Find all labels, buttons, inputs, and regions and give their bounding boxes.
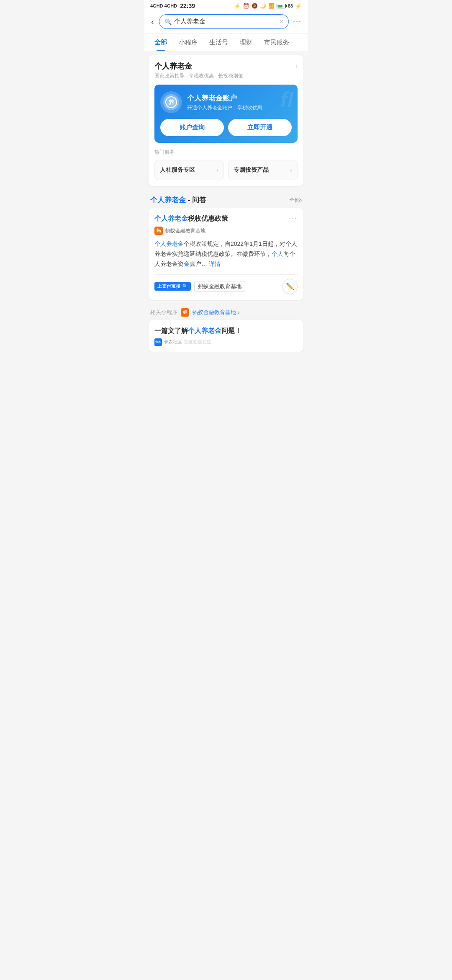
source-icon: 蚂 bbox=[154, 227, 163, 235]
mute-icon: 🔕 bbox=[252, 3, 258, 9]
edit-button[interactable]: ✏️ bbox=[282, 279, 298, 294]
tab-city[interactable]: 市民服务 bbox=[258, 34, 295, 51]
banner-buttons: 账户查询 立即开通 bbox=[160, 119, 292, 136]
ka-badge-subtext: 在这在这在这 bbox=[184, 339, 211, 345]
qa-detail-link[interactable]: 详情 bbox=[209, 260, 221, 267]
ka-icon: 卡农 bbox=[154, 338, 162, 346]
qa-search-tag: 上支付宝搜 🔍 蚂蚁金融教育基地 ✏️ bbox=[154, 274, 298, 294]
wifi-icon: 📶 bbox=[268, 3, 275, 9]
banner-text-group: 个人养老金账户 开通个人养老金账户，享税收优惠 bbox=[187, 93, 262, 111]
back-button[interactable]: ‹ bbox=[149, 15, 156, 28]
charging-icon: ⚡ bbox=[295, 3, 302, 9]
related-arrow-icon: › bbox=[238, 309, 239, 315]
account-query-button[interactable]: 账户查询 bbox=[160, 119, 224, 136]
qa-title-highlight: 个人养老金 bbox=[150, 196, 186, 204]
qa-section-title: 个人养老金 - 问答 bbox=[150, 195, 206, 205]
qa-source-row: 蚂 蚂蚁金融教育基地 bbox=[154, 227, 298, 235]
qa-more-label: 全部 bbox=[289, 197, 300, 203]
result-title-row: 个人养老金 › bbox=[154, 61, 298, 71]
network-signal: 4GHD 4GHD bbox=[150, 3, 177, 8]
pension-icon: 养 bbox=[163, 94, 179, 110]
next-title-part3: 问题！ bbox=[221, 327, 241, 334]
hot-service-renshe[interactable]: 人社服务专区 › bbox=[154, 160, 224, 180]
next-article-card[interactable]: 一篇文了解个人养老金问题！ 卡农 卡农社区 在这在这在这 bbox=[149, 320, 303, 352]
hot-services-label: 热门服务 bbox=[154, 149, 298, 156]
qa-content-highlight1: 个人养老金 bbox=[154, 240, 184, 247]
tabs-bar: 全部 小程序 生活号 理财 市民服务 bbox=[144, 34, 308, 51]
search-badge-icon: 🔍 bbox=[182, 284, 188, 289]
next-title-part1: 一篇文了解 bbox=[154, 327, 188, 334]
pension-icon-circle: 养 bbox=[160, 91, 182, 113]
top-nav: ‹ 🔍 个人养老金 × ··· bbox=[144, 11, 308, 34]
search-icon: 🔍 bbox=[164, 18, 172, 25]
qa-more-arrow: › bbox=[300, 197, 302, 203]
result-arrow-icon[interactable]: › bbox=[295, 62, 298, 70]
related-label: 相关小程序 bbox=[150, 309, 177, 316]
clear-icon[interactable]: × bbox=[280, 18, 283, 26]
status-bar: 4GHD 4GHD 22:39 ⚡ ⏰ 🔕 🌙 📶 83 ⚡ bbox=[144, 0, 308, 11]
next-title-part2: 个人养老金 bbox=[188, 327, 221, 334]
qa-section-header: 个人养老金 - 问答 全部› bbox=[144, 190, 308, 208]
related-miniapp-row: 相关小程序 蚂 蚂蚁金融教育基地 › bbox=[144, 304, 308, 320]
qa-title-part2: 税收优惠政策 bbox=[188, 215, 228, 222]
qa-more-button[interactable]: 全部› bbox=[289, 196, 302, 204]
qa-content-highlight2: 个人 bbox=[272, 250, 283, 257]
qa-content-highlight3: 金 bbox=[184, 260, 190, 267]
qa-card: 个人养老金税收优惠政策 ··· 蚂 蚂蚁金融教育基地 个人养老金个税政策规定，自… bbox=[149, 208, 303, 300]
status-time: 22:39 bbox=[180, 3, 195, 9]
banner-watermark: fI bbox=[280, 89, 293, 111]
banner-top: 养 个人养老金账户 开通个人养老金账户，享税收优惠 bbox=[160, 91, 292, 113]
qa-dots-menu[interactable]: ··· bbox=[289, 214, 298, 223]
tab-miniapp[interactable]: 小程序 bbox=[173, 34, 203, 51]
moon-icon: 🌙 bbox=[260, 3, 266, 9]
tab-all[interactable]: 全部 bbox=[149, 34, 173, 51]
result-title: 个人养老金 bbox=[154, 61, 192, 71]
tab-life[interactable]: 生活号 bbox=[203, 34, 234, 51]
qa-title-part1: 个人养老金 bbox=[154, 215, 188, 222]
ka-badge-text: 卡农社区 bbox=[164, 339, 182, 345]
search-badge-label: 上支付宝搜 bbox=[157, 283, 180, 289]
status-left: 4GHD 4GHD 22:39 bbox=[150, 3, 195, 9]
tab-finance[interactable]: 理财 bbox=[234, 34, 258, 51]
next-article-title: 一篇文了解个人养老金问题！ bbox=[154, 326, 298, 336]
hot-service-invest[interactable]: 专属投资产品 › bbox=[228, 160, 298, 180]
related-name-text: 蚂蚁金融教育基地 bbox=[193, 309, 236, 316]
more-button[interactable]: ··· bbox=[292, 15, 303, 28]
search-tag-name[interactable]: 蚂蚁金融教育基地 bbox=[194, 281, 245, 292]
search-input[interactable]: 个人养老金 bbox=[174, 18, 277, 26]
banner-title: 个人养老金账户 bbox=[187, 93, 262, 103]
bluetooth-icon: ⚡ bbox=[234, 3, 241, 9]
search-tag-name-text: 蚂蚁金融教育基地 bbox=[198, 283, 241, 290]
qa-content: 个人养老金个税政策规定，自2022年1月1日起，对个人养老金实施递延纳税优惠政策… bbox=[154, 239, 298, 269]
qa-title: 个人养老金税收优惠政策 bbox=[154, 214, 289, 223]
hot-service-renshe-arrow: › bbox=[216, 167, 218, 173]
qa-title-row: 个人养老金税收优惠政策 ··· bbox=[154, 214, 298, 223]
hot-service-invest-arrow: › bbox=[290, 167, 292, 173]
battery-icon bbox=[277, 4, 286, 8]
alarm-icon: ⏰ bbox=[243, 3, 249, 9]
svg-text:养: 养 bbox=[168, 99, 175, 106]
search-tag-badge[interactable]: 上支付宝搜 🔍 bbox=[154, 282, 191, 291]
edit-icon: ✏️ bbox=[286, 282, 294, 290]
ka-badge-row: 卡农 卡农社区 在这在这在这 bbox=[154, 338, 298, 346]
related-source-icon: 蚂 bbox=[181, 308, 189, 317]
status-right: ⚡ ⏰ 🔕 🌙 📶 83 ⚡ bbox=[234, 3, 302, 9]
blue-banner: 养 个人养老金账户 开通个人养老金账户，享税收优惠 fI 账户查询 立即开通 bbox=[154, 85, 298, 143]
qa-title-rest: - 问答 bbox=[186, 196, 206, 204]
source-name: 蚂蚁金融教育基地 bbox=[165, 227, 205, 235]
related-source-name[interactable]: 蚂蚁金融教育基地 › bbox=[193, 309, 239, 316]
result-subtitle: 国家政策指导 · 享税收优惠 · 长投稳增值 bbox=[154, 72, 298, 80]
main-result-card: 个人养老金 › 国家政策指导 · 享税收优惠 · 长投稳增值 养 个人养老金账户… bbox=[149, 55, 303, 186]
hot-service-invest-label: 专属投资产品 bbox=[234, 166, 269, 174]
open-account-button[interactable]: 立即开通 bbox=[228, 119, 292, 136]
qa-content-text3: 账户… bbox=[190, 260, 207, 267]
search-bar[interactable]: 🔍 个人养老金 × bbox=[159, 14, 289, 29]
banner-subtitle: 开通个人养老金账户，享税收优惠 bbox=[187, 104, 262, 111]
hot-services-row: 人社服务专区 › 专属投资产品 › bbox=[154, 160, 298, 180]
battery-level: 83 bbox=[288, 3, 293, 8]
hot-service-renshe-label: 人社服务专区 bbox=[160, 166, 195, 174]
